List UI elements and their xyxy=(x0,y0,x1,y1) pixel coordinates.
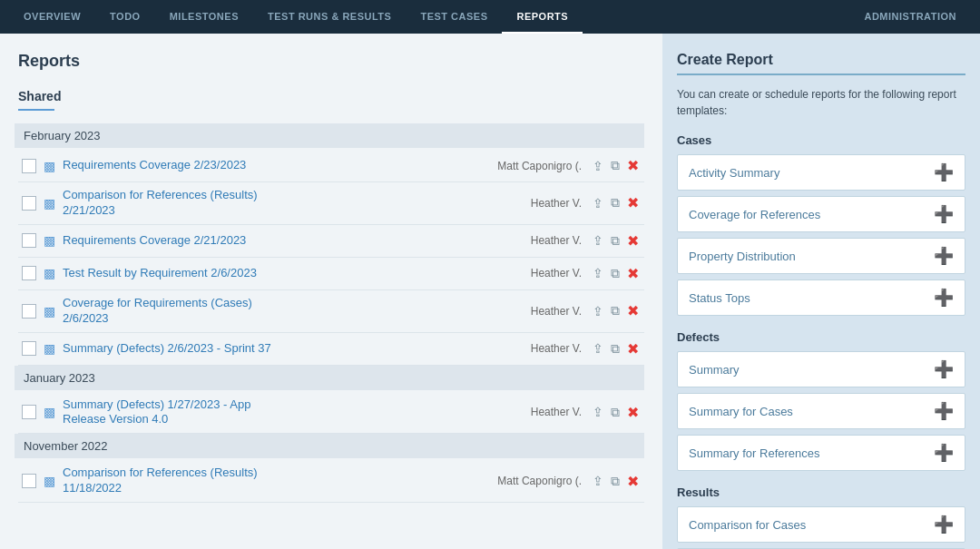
category-defects: Defects Summary ➕ Summary for Cases ➕ Su… xyxy=(677,330,965,471)
table-row: ▩ Summary (Defects) 1/27/2023 - AppRelea… xyxy=(18,392,644,435)
nav-milestones[interactable]: MILESTONES xyxy=(155,0,253,34)
template-label: Comparison for Cases xyxy=(689,518,806,532)
add-icon[interactable]: ➕ xyxy=(934,359,954,379)
template-comparison-cases[interactable]: Comparison for Cases ➕ xyxy=(677,506,965,543)
template-label: Summary for Cases xyxy=(689,405,793,418)
template-summary[interactable]: Summary ➕ xyxy=(677,351,965,387)
report-link[interactable]: Summary (Defects) 1/27/2023 - AppRelease… xyxy=(63,397,482,428)
copy-icon[interactable]: ⧉ xyxy=(609,156,622,175)
row-checkbox[interactable] xyxy=(22,196,36,211)
page-title: Reports xyxy=(18,52,644,71)
report-actions: ⇪ ⧉ ✖ xyxy=(591,263,641,284)
delete-icon[interactable]: ✖ xyxy=(625,230,641,251)
copy-icon[interactable]: ⧉ xyxy=(609,472,622,491)
report-actions: ⇪ ⧉ ✖ xyxy=(591,192,641,213)
report-actions: ⇪ ⧉ ✖ xyxy=(591,230,641,251)
template-status-tops[interactable]: Status Tops ➕ xyxy=(677,279,965,316)
copy-icon[interactable]: ⧉ xyxy=(609,339,622,358)
chart-icon: ▩ xyxy=(44,405,55,419)
template-label: Coverage for References xyxy=(689,208,820,221)
nav-administration[interactable]: ADMINISTRATION xyxy=(849,0,971,34)
template-coverage-references[interactable]: Coverage for References ➕ xyxy=(677,196,965,232)
delete-icon[interactable]: ✖ xyxy=(625,263,641,284)
add-icon[interactable]: ➕ xyxy=(934,288,954,308)
report-author: Matt Caponigro (. xyxy=(482,160,582,172)
report-link[interactable]: Summary (Defects) 2/6/2023 - Sprint 37 xyxy=(63,341,482,357)
export-icon[interactable]: ⇪ xyxy=(591,403,605,421)
shared-section-title: Shared xyxy=(18,89,644,103)
add-icon[interactable]: ➕ xyxy=(934,515,954,534)
row-checkbox[interactable] xyxy=(22,474,36,488)
copy-icon[interactable]: ⧉ xyxy=(609,264,622,283)
template-activity-summary[interactable]: Activity Summary ➕ xyxy=(677,154,965,191)
report-author: Heather V. xyxy=(482,406,582,418)
report-link[interactable]: Coverage for Requirements (Cases)2/6/202… xyxy=(63,296,482,327)
template-property-distribution[interactable]: Property Distribution ➕ xyxy=(677,238,965,274)
delete-icon[interactable]: ✖ xyxy=(625,402,641,423)
row-checkbox[interactable] xyxy=(22,266,36,280)
add-icon[interactable]: ➕ xyxy=(934,401,954,421)
export-icon[interactable]: ⇪ xyxy=(591,231,605,250)
report-author: Heather V. xyxy=(482,267,582,279)
report-link[interactable]: Requirements Coverage 2/21/2023 xyxy=(63,233,482,249)
table-row: ▩ Comparison for References (Results)2/2… xyxy=(18,182,644,225)
report-author: Heather V. xyxy=(482,305,582,318)
export-icon[interactable]: ⇪ xyxy=(591,194,605,212)
add-icon[interactable]: ➕ xyxy=(934,443,954,463)
copy-icon[interactable]: ⧉ xyxy=(609,193,622,212)
report-link[interactable]: Comparison for References (Results)2/21/… xyxy=(63,188,482,219)
report-author: Heather V. xyxy=(482,234,582,247)
table-row: ▩ Requirements Coverage 2/23/2023 Matt C… xyxy=(18,150,644,182)
template-label: Property Distribution xyxy=(689,250,796,263)
table-row: ▩ Summary (Defects) 2/6/2023 - Sprint 37… xyxy=(18,333,644,366)
add-icon[interactable]: ➕ xyxy=(934,246,954,266)
report-actions: ⇪ ⧉ ✖ xyxy=(591,300,641,321)
nav-overview[interactable]: OVERVIEW xyxy=(9,0,95,34)
chart-icon: ▩ xyxy=(44,266,55,280)
report-link[interactable]: Requirements Coverage 2/23/2023 xyxy=(63,158,482,173)
top-nav: OVERVIEW TODO MILESTONES TEST RUNS & RES… xyxy=(0,0,980,34)
report-author: Matt Caponigro (. xyxy=(482,475,582,487)
delete-icon[interactable]: ✖ xyxy=(625,192,641,213)
export-icon[interactable]: ⇪ xyxy=(591,472,605,490)
delete-icon[interactable]: ✖ xyxy=(625,300,641,321)
row-checkbox[interactable] xyxy=(22,304,36,319)
row-checkbox[interactable] xyxy=(22,405,36,419)
export-icon[interactable]: ⇪ xyxy=(591,339,605,358)
category-defects-title: Defects xyxy=(677,330,965,344)
row-checkbox[interactable] xyxy=(22,341,36,356)
template-summary-cases[interactable]: Summary for Cases ➕ xyxy=(677,393,965,429)
nav-test-cases[interactable]: TEST CASES xyxy=(406,0,502,34)
add-icon[interactable]: ➕ xyxy=(934,204,954,224)
copy-icon[interactable]: ⧉ xyxy=(609,231,622,250)
report-link[interactable]: Test Result by Requirement 2/6/2023 xyxy=(63,266,482,281)
report-link[interactable]: Comparison for References (Results)11/18… xyxy=(63,466,482,496)
create-report-title: Create Report xyxy=(677,52,965,68)
copy-icon[interactable]: ⧉ xyxy=(609,403,622,422)
table-row: ▩ Requirements Coverage 2/21/2023 Heathe… xyxy=(18,225,644,258)
group-january-2023: January 2023 xyxy=(15,366,644,390)
nav-test-runs[interactable]: TEST RUNS & RESULTS xyxy=(253,0,406,34)
add-icon[interactable]: ➕ xyxy=(934,162,954,182)
export-icon[interactable]: ⇪ xyxy=(591,302,605,320)
template-label: Activity Summary xyxy=(689,166,779,180)
row-checkbox[interactable] xyxy=(22,233,36,248)
copy-icon[interactable]: ⧉ xyxy=(609,301,622,320)
category-cases: Cases Activity Summary ➕ Coverage for Re… xyxy=(677,133,965,316)
delete-icon[interactable]: ✖ xyxy=(625,155,641,176)
row-checkbox[interactable] xyxy=(22,159,36,173)
delete-icon[interactable]: ✖ xyxy=(625,471,641,492)
template-summary-references[interactable]: Summary for References ➕ xyxy=(677,435,965,471)
report-actions: ⇪ ⧉ ✖ xyxy=(591,402,641,423)
nav-reports[interactable]: REPORTS xyxy=(502,0,583,34)
nav-todo[interactable]: TODO xyxy=(95,0,155,34)
delete-icon[interactable]: ✖ xyxy=(625,338,641,359)
report-actions: ⇪ ⧉ ✖ xyxy=(591,155,641,176)
left-panel: Reports Shared February 2023 ▩ Requireme… xyxy=(0,34,662,549)
export-icon[interactable]: ⇪ xyxy=(591,157,605,175)
table-row: ▩ Coverage for Requirements (Cases)2/6/2… xyxy=(18,290,644,333)
export-icon[interactable]: ⇪ xyxy=(591,264,605,282)
shared-underline xyxy=(18,109,54,111)
right-panel: Create Report You can create or schedule… xyxy=(662,34,980,549)
group-november-2022: November 2022 xyxy=(15,434,644,458)
